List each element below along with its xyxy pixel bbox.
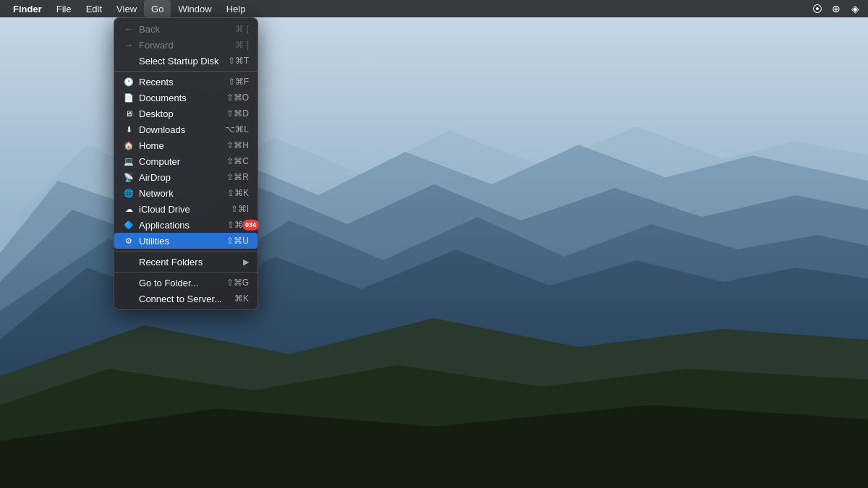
menu-item-recents-shortcut: ⇧⌘F	[228, 77, 249, 87]
menu-item-utilities-label: Utilities	[139, 236, 221, 247]
documents-icon: 📄	[123, 92, 135, 103]
menu-item-downloads-label: Downloads	[139, 124, 219, 135]
startup-disk-icon	[123, 55, 135, 67]
menu-item-computer-label: Computer	[139, 156, 221, 167]
icloud-icon: ☁	[123, 203, 135, 215]
back-icon: ←	[123, 23, 135, 35]
menu-item-airdrop-label: AirDrop	[139, 172, 221, 183]
menubar: Finder File Edit View Go Window Help ⦿ ⊕…	[0, 0, 868, 17]
applications-icon: 🔷	[123, 219, 135, 231]
menubar-file[interactable]: File	[49, 0, 79, 17]
recent-folders-icon	[123, 256, 135, 267]
menu-item-downloads[interactable]: ⬇ Downloads ⌥⌘L	[114, 121, 258, 137]
menubar-window[interactable]: Window	[171, 0, 218, 17]
menu-item-recent-folders[interactable]: Recent Folders ▶	[114, 254, 258, 270]
computer-icon: 💻	[123, 155, 135, 167]
extra-app-icon[interactable]: ◈	[848, 1, 862, 16]
menubar-go[interactable]: Go	[144, 0, 171, 17]
menu-item-airdrop-shortcut: ⇧⌘R	[226, 172, 249, 182]
eyecon-icon[interactable]: ⦿	[810, 1, 825, 16]
menu-item-back-shortcut: ⌘ [	[235, 24, 249, 34]
menu-item-connect-label: Connect to Server...	[139, 294, 229, 304]
menu-item-home-shortcut: ⇧⌘H	[226, 140, 249, 150]
menubar-view[interactable]: View	[109, 0, 144, 17]
menu-item-forward-label: Forward	[139, 40, 229, 51]
go-to-folder-icon	[123, 277, 135, 288]
menu-item-recents-label: Recents	[139, 77, 222, 87]
menu-item-go-to-folder-shortcut: ⇧⌘G	[226, 278, 249, 288]
menubar-app-name[interactable]: Finder	[6, 0, 49, 17]
menu-item-computer-shortcut: ⇧⌘C	[226, 156, 249, 166]
menu-item-go-to-folder[interactable]: Go to Folder... ⇧⌘G	[114, 275, 258, 291]
menubar-right: ⦿ ⊕ ◈	[810, 1, 862, 16]
menu-item-applications-label: Applications	[139, 220, 221, 231]
menu-item-downloads-shortcut: ⌥⌘L	[225, 124, 249, 134]
menu-item-icloud-label: iCloud Drive	[139, 204, 225, 215]
menu-item-startup-disk-label: Select Startup Disk	[139, 56, 222, 67]
menubar-help[interactable]: Help	[219, 0, 253, 17]
submenu-arrow: ▶	[243, 257, 249, 267]
menu-item-startup-disk[interactable]: Select Startup Disk ⇧⌘T	[114, 53, 258, 69]
accessibility-icon[interactable]: ⊕	[829, 1, 843, 16]
recents-icon: 🕐	[123, 76, 135, 87]
desktop-icon: 🖥	[123, 108, 135, 119]
airdrop-icon: 📡	[123, 171, 135, 183]
menu-item-home[interactable]: 🏠 Home ⇧⌘H	[114, 137, 258, 153]
menu-item-forward[interactable]: → Forward ⌘ ]	[114, 37, 258, 53]
menu-item-network[interactable]: 🌐 Network ⇧⌘K	[114, 185, 258, 201]
menu-item-back[interactable]: ← Back ⌘ [	[114, 21, 258, 37]
separator-3	[114, 272, 258, 273]
menu-item-recents[interactable]: 🕐 Recents ⇧⌘F	[114, 74, 258, 90]
menu-item-documents[interactable]: 📄 Documents ⇧⌘O	[114, 90, 258, 106]
menu-item-recent-folders-label: Recent Folders	[139, 257, 243, 267]
menu-item-desktop-label: Desktop	[139, 108, 221, 119]
menu-item-icloud-drive[interactable]: ☁ iCloud Drive ⇧⌘I	[114, 201, 258, 217]
menu-item-documents-shortcut: ⇧⌘O	[226, 93, 249, 103]
menu-item-network-label: Network	[139, 188, 221, 199]
home-icon: 🏠	[123, 140, 135, 151]
menu-item-documents-label: Documents	[139, 93, 221, 103]
menu-item-home-label: Home	[139, 140, 221, 151]
menu-item-back-label: Back	[139, 24, 229, 35]
menu-item-airdrop[interactable]: 📡 AirDrop ⇧⌘R	[114, 169, 258, 185]
menubar-edit[interactable]: Edit	[79, 0, 109, 17]
utilities-icon: ⚙	[123, 235, 135, 247]
menu-item-connect-to-server[interactable]: Connect to Server... ⌘K	[114, 291, 258, 307]
menu-item-utilities[interactable]: ⚙ Utilities ⇧⌘U	[114, 233, 258, 249]
menu-item-network-shortcut: ⇧⌘K	[227, 188, 249, 198]
menu-item-desktop-shortcut: ⇧⌘D	[226, 108, 249, 119]
menu-item-computer[interactable]: 💻 Computer ⇧⌘C	[114, 153, 258, 169]
menu-item-icloud-shortcut: ⇧⌘I	[231, 204, 249, 214]
menu-item-desktop[interactable]: 🖥 Desktop ⇧⌘D	[114, 106, 258, 121]
menu-item-forward-shortcut: ⌘ ]	[235, 40, 249, 50]
menu-item-utilities-shortcut: ⇧⌘U	[226, 236, 249, 246]
menu-item-go-to-folder-label: Go to Folder...	[139, 278, 221, 288]
menu-item-startup-disk-shortcut: ⇧⌘T	[228, 56, 249, 66]
applications-badge: 034	[242, 220, 259, 231]
separator-1	[114, 71, 258, 72]
go-dropdown-menu: ← Back ⌘ [ → Forward ⌘ ] Select Startup …	[114, 17, 258, 310]
separator-2	[114, 251, 258, 252]
connect-icon	[123, 293, 135, 304]
menu-item-applications[interactable]: 🔷 Applications ⇧⌘A 034	[114, 217, 258, 233]
forward-icon: →	[123, 39, 135, 51]
menubar-left: Finder File Edit View Go Window Help	[6, 0, 252, 17]
downloads-icon: ⬇	[123, 124, 135, 135]
menu-item-connect-shortcut: ⌘K	[234, 294, 249, 304]
network-icon: 🌐	[123, 187, 135, 199]
